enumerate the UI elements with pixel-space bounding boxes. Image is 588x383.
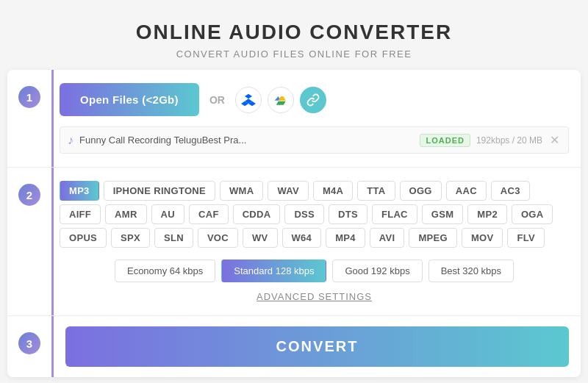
step-2-number-col: 2 xyxy=(7,168,51,315)
format-btn-wv[interactable]: WV xyxy=(243,228,278,248)
format-btn-ogg[interactable]: OGG xyxy=(400,181,442,201)
main-card: 1 Open Files (<2Gb) OR xyxy=(7,70,581,377)
file-icon: ♪ xyxy=(68,134,74,147)
or-text: OR xyxy=(209,94,225,106)
advanced-settings-link[interactable]: ADVANCED SETTINGS xyxy=(60,291,569,302)
file-info-bar: ♪ Funny Call Recording TeluguBest Pra...… xyxy=(60,126,569,154)
format-btn-wav[interactable]: WAV xyxy=(268,181,309,201)
format-btn-mpeg[interactable]: MPEG xyxy=(409,228,456,248)
format-btn-mp4[interactable]: MP4 xyxy=(326,228,365,248)
quality-row: Economy 64 kbpsStandard 128 kbpsGood 192… xyxy=(60,259,569,282)
format-btn-flv[interactable]: FLV xyxy=(507,228,545,248)
step-2-circle: 2 xyxy=(18,184,40,206)
format-btn-voc[interactable]: VOC xyxy=(198,228,238,248)
format-btn-mp2[interactable]: MP2 xyxy=(467,204,507,224)
close-file-button[interactable]: ✕ xyxy=(548,133,561,147)
format-btn-ac3[interactable]: AC3 xyxy=(491,181,530,201)
convert-button[interactable]: CONVERT xyxy=(65,326,569,367)
page-title: ONLINE AUDIO CONVERTER xyxy=(7,7,581,49)
page-wrapper: ONLINE AUDIO CONVERTER CONVERT AUDIO FIL… xyxy=(7,7,581,377)
format-btn-caf[interactable]: CAF xyxy=(189,204,229,224)
dropbox-button[interactable] xyxy=(235,87,262,113)
format-btn-flac[interactable]: FLAC xyxy=(372,204,417,224)
quality-btn-0[interactable]: Economy 64 kbps xyxy=(115,259,215,282)
step-2-row: 2 MP3IPHONE RINGTONEWMAWAVM4ATTAOGGAACAC… xyxy=(7,168,581,316)
page-subtitle: CONVERT AUDIO FILES ONLINE FOR FREE xyxy=(7,49,581,60)
step-3-number-col: 3 xyxy=(7,316,51,377)
loaded-badge: LOADED xyxy=(420,134,470,147)
format-btn-tta[interactable]: TTA xyxy=(357,181,395,201)
format-grid: MP3IPHONE RINGTONEWMAWAVM4ATTAOGGAACAC3A… xyxy=(60,181,569,248)
format-btn-mp3[interactable]: MP3 xyxy=(60,181,99,201)
gdrive-button[interactable] xyxy=(268,87,294,113)
step-1-number-col: 1 xyxy=(7,70,51,167)
format-btn-mov[interactable]: MOV xyxy=(462,228,503,248)
quality-btn-3[interactable]: Best 320 kbps xyxy=(429,259,514,282)
format-btn-iphone-ringtone[interactable]: IPHONE RINGTONE xyxy=(104,181,215,201)
step-3-content: CONVERT xyxy=(51,316,581,377)
cloud-icons xyxy=(235,87,326,113)
quality-btn-1[interactable]: Standard 128 kbps xyxy=(221,259,326,282)
format-btn-aac[interactable]: AAC xyxy=(446,181,487,201)
format-btn-wma[interactable]: WMA xyxy=(220,181,263,201)
format-btn-m4a[interactable]: M4A xyxy=(313,181,353,201)
link-button[interactable] xyxy=(300,87,326,113)
format-btn-dts[interactable]: DTS xyxy=(329,204,368,224)
link-icon xyxy=(306,93,320,107)
format-btn-gsm[interactable]: GSM xyxy=(422,204,464,224)
step-3-row: 3 CONVERT xyxy=(7,316,581,377)
format-btn-sln[interactable]: SLN xyxy=(154,228,193,248)
step-2-content: MP3IPHONE RINGTONEWMAWAVM4ATTAOGGAACAC3A… xyxy=(51,168,581,315)
format-btn-aiff[interactable]: AIFF xyxy=(60,204,101,224)
open-files-button[interactable]: Open Files (<2Gb) xyxy=(60,83,199,116)
step-1-row: 1 Open Files (<2Gb) OR xyxy=(7,70,581,168)
format-btn-amr[interactable]: AMR xyxy=(105,204,147,224)
format-btn-au[interactable]: AU xyxy=(151,204,184,224)
format-btn-w64[interactable]: W64 xyxy=(282,228,322,248)
format-btn-cdda[interactable]: CDDA xyxy=(233,204,281,224)
step-3-circle: 3 xyxy=(18,332,40,354)
format-btn-dss[interactable]: DSS xyxy=(284,204,324,224)
step-1-content: Open Files (<2Gb) OR xyxy=(51,70,581,167)
gdrive-icon xyxy=(273,93,288,107)
step-1-circle: 1 xyxy=(18,86,40,108)
dropbox-icon xyxy=(241,93,256,107)
file-meta: 192kbps / 20 MB xyxy=(476,135,542,146)
format-btn-oga[interactable]: OGA xyxy=(512,204,553,224)
format-btn-opus[interactable]: OPUS xyxy=(60,228,107,248)
quality-btn-2[interactable]: Good 192 kbps xyxy=(332,259,422,282)
file-name: Funny Call Recording TeluguBest Pra... xyxy=(79,135,414,146)
format-btn-avi[interactable]: AVI xyxy=(370,228,405,248)
step1-top: Open Files (<2Gb) OR xyxy=(60,83,569,116)
format-btn-spx[interactable]: SPX xyxy=(111,228,150,248)
